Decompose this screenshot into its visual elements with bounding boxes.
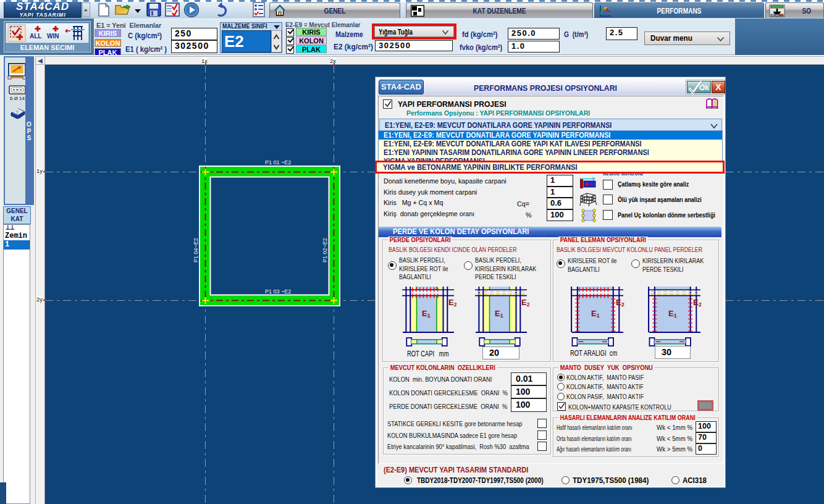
svg-text:6 Ø 14: 6 Ø 14 bbox=[10, 96, 25, 101]
svg-text:?: ? bbox=[15, 109, 19, 116]
svg-text:P1 01 ~E2: P1 01 ~E2 bbox=[265, 159, 291, 166]
svg-text:E2: E2 bbox=[616, 298, 624, 308]
svg-text:WIN: WIN bbox=[47, 33, 59, 40]
svg-text:E2: E2 bbox=[521, 298, 529, 308]
svg-text:P1 02~E2: P1 02~E2 bbox=[322, 238, 328, 262]
svg-text:P1 04~E2: P1 04~E2 bbox=[193, 238, 199, 262]
svg-text:P1 03 ~E2: P1 03 ~E2 bbox=[265, 288, 291, 295]
svg-text:ALL: ALL bbox=[30, 33, 41, 40]
svg-text:E2: E2 bbox=[448, 298, 456, 308]
svg-text:E2: E2 bbox=[693, 298, 702, 308]
